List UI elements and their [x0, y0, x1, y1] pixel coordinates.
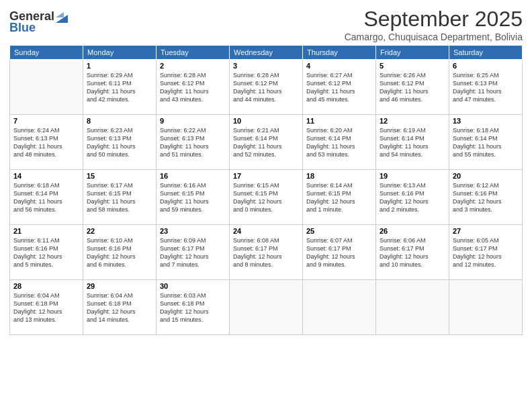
day-info: Sunrise: 6:29 AM Sunset: 6:11 PM Dayligh…: [87, 71, 152, 104]
calendar-cell: 28Sunrise: 6:04 AM Sunset: 6:18 PM Dayli…: [10, 280, 83, 335]
calendar-cell: [303, 280, 376, 335]
day-number: 18: [306, 172, 372, 180]
calendar-cell: 13Sunrise: 6:18 AM Sunset: 6:14 PM Dayli…: [449, 115, 523, 170]
calendar-week-row: 28Sunrise: 6:04 AM Sunset: 6:18 PM Dayli…: [10, 280, 523, 335]
day-info: Sunrise: 6:21 AM Sunset: 6:14 PM Dayligh…: [233, 126, 299, 159]
day-info: Sunrise: 6:24 AM Sunset: 6:13 PM Dayligh…: [13, 126, 79, 159]
day-info: Sunrise: 6:04 AM Sunset: 6:18 PM Dayligh…: [87, 291, 152, 324]
day-info: Sunrise: 6:12 AM Sunset: 6:16 PM Dayligh…: [453, 181, 519, 214]
day-info: Sunrise: 6:07 AM Sunset: 6:17 PM Dayligh…: [306, 236, 372, 269]
calendar-cell: 9Sunrise: 6:22 AM Sunset: 6:13 PM Daylig…: [157, 115, 230, 170]
day-info: Sunrise: 6:15 AM Sunset: 6:15 PM Dayligh…: [233, 181, 299, 214]
calendar-cell: 15Sunrise: 6:17 AM Sunset: 6:15 PM Dayli…: [83, 170, 157, 225]
day-number: 28: [13, 282, 79, 290]
day-info: Sunrise: 6:16 AM Sunset: 6:15 PM Dayligh…: [160, 181, 226, 214]
calendar-cell: 8Sunrise: 6:23 AM Sunset: 6:13 PM Daylig…: [83, 115, 157, 170]
calendar-table: SundayMondayTuesdayWednesdayThursdayFrid…: [9, 45, 523, 335]
calendar-week-row: 14Sunrise: 6:18 AM Sunset: 6:14 PM Dayli…: [10, 170, 523, 225]
day-info: Sunrise: 6:25 AM Sunset: 6:13 PM Dayligh…: [453, 71, 519, 104]
calendar-cell: 11Sunrise: 6:20 AM Sunset: 6:14 PM Dayli…: [303, 115, 376, 170]
calendar-cell: 6Sunrise: 6:25 AM Sunset: 6:13 PM Daylig…: [449, 60, 523, 115]
calendar-day-header: Monday: [83, 46, 157, 60]
day-info: Sunrise: 6:14 AM Sunset: 6:15 PM Dayligh…: [306, 181, 372, 214]
day-info: Sunrise: 6:09 AM Sunset: 6:17 PM Dayligh…: [160, 236, 226, 269]
day-info: Sunrise: 6:28 AM Sunset: 6:12 PM Dayligh…: [233, 71, 299, 104]
calendar-day-header: Sunday: [10, 46, 83, 60]
day-info: Sunrise: 6:04 AM Sunset: 6:18 PM Dayligh…: [13, 291, 79, 324]
calendar-cell: [449, 280, 523, 335]
day-info: Sunrise: 6:23 AM Sunset: 6:13 PM Dayligh…: [87, 126, 152, 159]
calendar-cell: 29Sunrise: 6:04 AM Sunset: 6:18 PM Dayli…: [83, 280, 157, 335]
calendar-cell: [10, 60, 83, 115]
day-number: 5: [380, 62, 445, 70]
day-number: 27: [453, 227, 519, 235]
day-number: 14: [13, 172, 79, 180]
calendar-cell: 26Sunrise: 6:06 AM Sunset: 6:17 PM Dayli…: [376, 225, 449, 280]
day-number: 15: [87, 172, 152, 180]
day-number: 6: [453, 62, 519, 70]
month-title: September 2025: [345, 7, 523, 32]
day-number: 26: [380, 227, 445, 235]
day-number: 21: [13, 227, 79, 235]
calendar-cell: 25Sunrise: 6:07 AM Sunset: 6:17 PM Dayli…: [303, 225, 376, 280]
calendar-cell: 1Sunrise: 6:29 AM Sunset: 6:11 PM Daylig…: [83, 60, 157, 115]
logo-icon: [56, 9, 68, 23]
calendar-cell: 21Sunrise: 6:11 AM Sunset: 6:16 PM Dayli…: [10, 225, 83, 280]
day-number: 9: [160, 117, 226, 125]
page-container: General Blue September 2025 Camargo, Chu…: [0, 0, 532, 411]
calendar-day-header: Wednesday: [230, 46, 303, 60]
calendar-cell: 12Sunrise: 6:19 AM Sunset: 6:14 PM Dayli…: [376, 115, 449, 170]
day-info: Sunrise: 6:03 AM Sunset: 6:18 PM Dayligh…: [160, 291, 226, 324]
day-number: 20: [453, 172, 519, 180]
day-number: 11: [306, 117, 372, 125]
calendar-cell: [376, 280, 449, 335]
day-info: Sunrise: 6:27 AM Sunset: 6:12 PM Dayligh…: [306, 71, 372, 104]
day-info: Sunrise: 6:06 AM Sunset: 6:17 PM Dayligh…: [380, 236, 445, 269]
calendar-header-row: SundayMondayTuesdayWednesdayThursdayFrid…: [10, 46, 523, 60]
day-number: 10: [233, 117, 299, 125]
day-number: 13: [453, 117, 519, 125]
day-info: Sunrise: 6:19 AM Sunset: 6:14 PM Dayligh…: [380, 126, 445, 159]
day-info: Sunrise: 6:18 AM Sunset: 6:14 PM Dayligh…: [13, 181, 79, 214]
day-number: 4: [306, 62, 372, 70]
calendar-week-row: 7Sunrise: 6:24 AM Sunset: 6:13 PM Daylig…: [10, 115, 523, 170]
calendar-cell: 18Sunrise: 6:14 AM Sunset: 6:15 PM Dayli…: [303, 170, 376, 225]
calendar-cell: 20Sunrise: 6:12 AM Sunset: 6:16 PM Dayli…: [449, 170, 523, 225]
calendar-week-row: 21Sunrise: 6:11 AM Sunset: 6:16 PM Dayli…: [10, 225, 523, 280]
day-number: 2: [160, 62, 226, 70]
day-number: 1: [87, 62, 152, 70]
calendar-cell: 4Sunrise: 6:27 AM Sunset: 6:12 PM Daylig…: [303, 60, 376, 115]
day-number: 29: [87, 282, 152, 290]
calendar-cell: 3Sunrise: 6:28 AM Sunset: 6:12 PM Daylig…: [230, 60, 303, 115]
calendar-cell: 27Sunrise: 6:05 AM Sunset: 6:17 PM Dayli…: [449, 225, 523, 280]
calendar-day-header: Friday: [376, 46, 449, 60]
calendar-cell: 5Sunrise: 6:26 AM Sunset: 6:12 PM Daylig…: [376, 60, 449, 115]
day-info: Sunrise: 6:18 AM Sunset: 6:14 PM Dayligh…: [453, 126, 519, 159]
day-info: Sunrise: 6:22 AM Sunset: 6:13 PM Dayligh…: [160, 126, 226, 159]
location-subtitle: Camargo, Chuquisaca Department, Bolivia: [345, 32, 523, 42]
day-info: Sunrise: 6:10 AM Sunset: 6:16 PM Dayligh…: [87, 236, 152, 269]
day-info: Sunrise: 6:26 AM Sunset: 6:12 PM Dayligh…: [380, 71, 445, 104]
day-number: 19: [380, 172, 445, 180]
calendar-cell: 16Sunrise: 6:16 AM Sunset: 6:15 PM Dayli…: [157, 170, 230, 225]
day-info: Sunrise: 6:05 AM Sunset: 6:17 PM Dayligh…: [453, 236, 519, 269]
calendar-cell: 30Sunrise: 6:03 AM Sunset: 6:18 PM Dayli…: [157, 280, 230, 335]
calendar-cell: [230, 280, 303, 335]
day-number: 25: [306, 227, 372, 235]
calendar-cell: 22Sunrise: 6:10 AM Sunset: 6:16 PM Dayli…: [83, 225, 157, 280]
title-block: September 2025 Camargo, Chuquisaca Depar…: [345, 7, 523, 42]
day-info: Sunrise: 6:08 AM Sunset: 6:17 PM Dayligh…: [233, 236, 299, 269]
header: General Blue September 2025 Camargo, Chu…: [9, 7, 523, 42]
calendar-cell: 24Sunrise: 6:08 AM Sunset: 6:17 PM Dayli…: [230, 225, 303, 280]
day-number: 30: [160, 282, 226, 290]
calendar-cell: 17Sunrise: 6:15 AM Sunset: 6:15 PM Dayli…: [230, 170, 303, 225]
day-info: Sunrise: 6:20 AM Sunset: 6:14 PM Dayligh…: [306, 126, 372, 159]
day-number: 24: [233, 227, 299, 235]
calendar-day-header: Tuesday: [157, 46, 230, 60]
svg-marker-1: [56, 12, 64, 17]
calendar-cell: 2Sunrise: 6:28 AM Sunset: 6:12 PM Daylig…: [157, 60, 230, 115]
day-number: 16: [160, 172, 226, 180]
day-number: 3: [233, 62, 299, 70]
day-info: Sunrise: 6:28 AM Sunset: 6:12 PM Dayligh…: [160, 71, 226, 104]
calendar-cell: 10Sunrise: 6:21 AM Sunset: 6:14 PM Dayli…: [230, 115, 303, 170]
